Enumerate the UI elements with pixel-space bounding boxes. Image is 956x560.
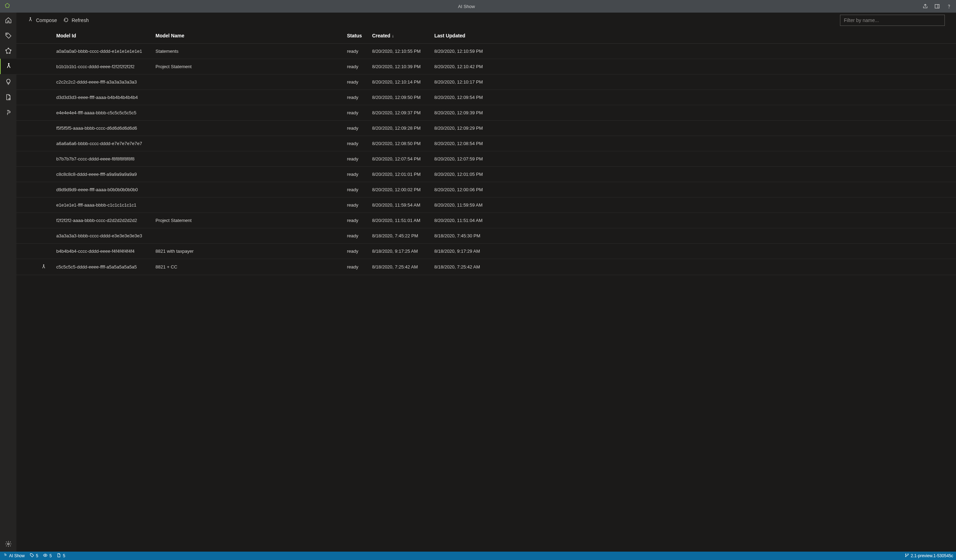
cell-model-id: a0a0a0a0-bbbb-cccc-dddd-e1e1e1e1e1e1 xyxy=(53,44,152,59)
cell-status: ready xyxy=(343,228,369,244)
cell-model-id: b4b4b4b4-cccc-dddd-eeee-f4f4f4f4f4f4 xyxy=(53,244,152,259)
cell-updated: 8/20/2020, 12:09:29 PM xyxy=(431,121,493,136)
sidebar-item-document[interactable] xyxy=(0,90,16,105)
table-row[interactable]: a6a6a6a6-bbbb-cccc-dddd-e7e7e7e7e7e7read… xyxy=(16,136,956,151)
cell-updated: 8/20/2020, 12:10:42 PM xyxy=(431,59,493,74)
plug-icon xyxy=(3,553,7,558)
sidebar-item-settings[interactable] xyxy=(0,536,16,552)
refresh-button[interactable]: Refresh xyxy=(63,17,89,24)
cell-updated: 8/20/2020, 12:07:59 PM xyxy=(431,151,493,167)
sidebar-item-compose[interactable] xyxy=(0,59,16,74)
table-row[interactable]: d9d9d9d9-eeee-ffff-aaaa-b0b0b0b0b0b0read… xyxy=(16,182,956,198)
table-row[interactable]: b1b1b1b1-cccc-dddd-eeee-f2f2f2f2f2f2Proj… xyxy=(16,59,956,74)
cell-created: 8/20/2020, 12:10:55 PM xyxy=(369,44,431,59)
sidebar-item-connections[interactable] xyxy=(0,105,16,120)
table-row[interactable]: d3d3d3d3-eeee-ffff-aaaa-b4b4b4b4b4b4read… xyxy=(16,90,956,105)
status-project[interactable]: AI Show xyxy=(3,553,25,558)
cell-model-name xyxy=(152,167,343,182)
cell-updated: 8/18/2020, 7:25:42 AM xyxy=(431,259,493,275)
status-docs[interactable]: 5 xyxy=(57,553,65,558)
svg-point-11 xyxy=(9,98,10,100)
toolbar: Compose Refresh xyxy=(16,13,956,28)
cell-status: ready xyxy=(343,136,369,151)
table-row[interactable]: e4e4e4e4-ffff-aaaa-bbbb-c5c5c5c5c5c5read… xyxy=(16,105,956,121)
cell-created: 8/20/2020, 12:08:50 PM xyxy=(369,136,431,151)
cell-created: 8/20/2020, 12:01:01 PM xyxy=(369,167,431,182)
sidebar-item-tags[interactable] xyxy=(0,28,16,43)
cell-model-id: d3d3d3d3-eeee-ffff-aaaa-b4b4b4b4b4b4 xyxy=(53,90,152,105)
compose-button[interactable]: Compose xyxy=(28,17,57,24)
status-tags[interactable]: 5 xyxy=(30,553,38,558)
cell-updated: 8/20/2020, 11:51:04 AM xyxy=(431,213,493,228)
models-table-scroll[interactable]: Model Id Model Name Status Created↓ Last… xyxy=(16,28,956,552)
svg-point-17 xyxy=(905,556,906,557)
status-version[interactable]: 2.1-preview.1-530545c xyxy=(905,553,953,558)
cell-model-id: a3a3a3a3-bbbb-cccc-dddd-e3e3e3e3e3e3 xyxy=(53,228,152,244)
help-icon[interactable] xyxy=(946,3,952,9)
sidebar-item-home[interactable] xyxy=(0,13,16,28)
window-title: AI Show xyxy=(11,4,923,9)
cell-model-id: f5f5f5f5-aaaa-bbbb-cccc-d6d6d6d6d6d6 xyxy=(53,121,152,136)
cell-updated: 8/20/2020, 12:00:06 PM xyxy=(431,182,493,198)
cell-model-name xyxy=(152,121,343,136)
cell-updated: 8/20/2020, 12:08:54 PM xyxy=(431,136,493,151)
panel-icon[interactable] xyxy=(934,3,940,9)
table-row[interactable]: b7b7b7b7-cccc-dddd-eeee-f8f8f8f8f8f8read… xyxy=(16,151,956,167)
cell-status: ready xyxy=(343,121,369,136)
svg-point-3 xyxy=(6,34,7,35)
merge-icon xyxy=(28,17,33,24)
table-row[interactable]: e1e1e1e1-ffff-aaaa-bbbb-c1c1c1c1c1c1read… xyxy=(16,198,956,213)
col-header-last-updated[interactable]: Last Updated xyxy=(431,28,493,44)
col-header-created[interactable]: Created↓ xyxy=(369,28,431,44)
sidebar-item-insights[interactable] xyxy=(0,74,16,90)
branch-icon xyxy=(905,553,909,558)
eye-icon xyxy=(43,553,47,558)
table-row[interactable]: c8c8c8c8-dddd-eeee-ffff-a9a9a9a9a9a9read… xyxy=(16,167,956,182)
cell-model-name: Project Statement xyxy=(152,59,343,74)
cell-model-name xyxy=(152,105,343,121)
table-row[interactable]: b4b4b4b4-cccc-dddd-eeee-f4f4f4f4f4f48821… xyxy=(16,244,956,259)
composed-model-icon xyxy=(41,264,46,270)
cell-model-id: a6a6a6a6-bbbb-cccc-dddd-e7e7e7e7e7e7 xyxy=(53,136,152,151)
cell-model-id: e4e4e4e4-ffff-aaaa-bbbb-c5c5c5c5c5c5 xyxy=(53,105,152,121)
col-header-status[interactable]: Status xyxy=(343,28,369,44)
cell-created: 8/18/2020, 7:25:42 AM xyxy=(369,259,431,275)
cell-model-name xyxy=(152,182,343,198)
sidebar xyxy=(0,13,16,552)
status-project-label: AI Show xyxy=(9,553,25,558)
cell-model-name xyxy=(152,228,343,244)
cell-created: 8/20/2020, 11:51:01 AM xyxy=(369,213,431,228)
filter-input[interactable] xyxy=(840,15,945,26)
cell-created: 8/20/2020, 11:59:54 AM xyxy=(369,198,431,213)
table-row[interactable]: c5c5c5c5-dddd-eeee-ffff-a5a5a5a5a5a58821… xyxy=(16,259,956,275)
col-header-model-name[interactable]: Model Name xyxy=(152,28,343,44)
app-logo-icon xyxy=(4,3,11,10)
cell-model-id: c5c5c5c5-dddd-eeee-ffff-a5a5a5a5a5a5 xyxy=(53,259,152,275)
cell-created: 8/18/2020, 7:45:22 PM xyxy=(369,228,431,244)
cell-created: 8/20/2020, 12:00:02 PM xyxy=(369,182,431,198)
cell-status: ready xyxy=(343,44,369,59)
status-tags-count: 5 xyxy=(36,553,38,558)
cell-status: ready xyxy=(343,105,369,121)
table-row[interactable]: a3a3a3a3-bbbb-cccc-dddd-e3e3e3e3e3e3read… xyxy=(16,228,956,244)
svg-point-13 xyxy=(30,17,31,18)
table-row[interactable]: f2f2f2f2-aaaa-bbbb-cccc-d2d2d2d2d2d2Proj… xyxy=(16,213,956,228)
status-version-label: 2.1-preview.1-530545c xyxy=(911,553,953,558)
cell-created: 8/20/2020, 12:09:28 PM xyxy=(369,121,431,136)
sidebar-item-network[interactable] xyxy=(0,43,16,59)
col-header-model-id[interactable]: Model Id xyxy=(53,28,152,44)
cell-status: ready xyxy=(343,151,369,167)
svg-point-12 xyxy=(7,543,9,545)
cell-model-name: Statements xyxy=(152,44,343,59)
table-row[interactable]: c2c2c2c2-dddd-eeee-ffff-a3a3a3a3a3a3read… xyxy=(16,74,956,90)
cell-model-id: b1b1b1b1-cccc-dddd-eeee-f2f2f2f2f2f2 xyxy=(53,59,152,74)
status-docs-count: 5 xyxy=(63,553,65,558)
cell-model-id: d9d9d9d9-eeee-ffff-aaaa-b0b0b0b0b0b0 xyxy=(53,182,152,198)
cell-created: 8/20/2020, 12:09:37 PM xyxy=(369,105,431,121)
status-views[interactable]: 5 xyxy=(43,553,52,558)
cell-created: 8/20/2020, 12:10:14 PM xyxy=(369,74,431,90)
table-row[interactable]: f5f5f5f5-aaaa-bbbb-cccc-d6d6d6d6d6d6read… xyxy=(16,121,956,136)
cell-status: ready xyxy=(343,198,369,213)
share-icon[interactable] xyxy=(923,3,928,9)
table-row[interactable]: a0a0a0a0-bbbb-cccc-dddd-e1e1e1e1e1e1Stat… xyxy=(16,44,956,59)
